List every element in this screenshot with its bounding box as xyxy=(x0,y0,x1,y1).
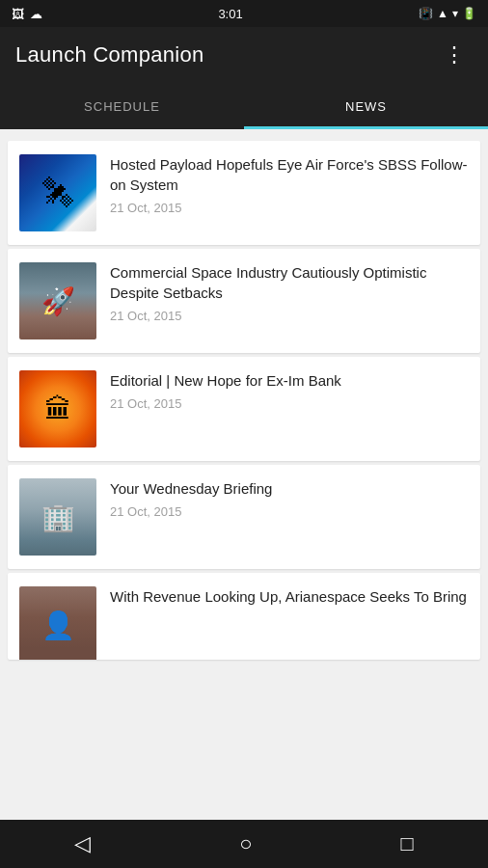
news-content-5: With Revenue Looking Up, Arianespace See… xyxy=(110,586,469,612)
home-button[interactable]: ○ xyxy=(220,824,271,864)
bottom-nav-bar: ◁ ○ □ xyxy=(0,820,488,868)
news-list: Hosted Payload Hopefuls Eye Air Force's … xyxy=(0,129,488,820)
news-date-1: 21 Oct, 2015 xyxy=(110,201,469,215)
tab-schedule[interactable]: SCHEDULE xyxy=(0,83,244,129)
news-item-4[interactable]: Your Wednesday Briefing 21 Oct, 2015 xyxy=(8,465,480,569)
news-title-3: Editorial | New Hope for Ex-Im Bank xyxy=(110,370,469,391)
news-title-5: With Revenue Looking Up, Arianespace See… xyxy=(110,586,469,607)
status-right-icons: 📳 ▲ ▾ 🔋 xyxy=(419,7,476,20)
tabs-bar: SCHEDULE NEWS xyxy=(0,83,488,129)
news-title-1: Hosted Payload Hopefuls Eye Air Force's … xyxy=(110,154,469,195)
news-content-3: Editorial | New Hope for Ex-Im Bank 21 O… xyxy=(110,370,469,411)
back-button[interactable]: ◁ xyxy=(55,824,110,864)
news-content-4: Your Wednesday Briefing 21 Oct, 2015 xyxy=(110,478,469,519)
news-date-4: 21 Oct, 2015 xyxy=(110,504,469,519)
news-date-3: 21 Oct, 2015 xyxy=(110,396,469,411)
news-title-4: Your Wednesday Briefing xyxy=(110,478,469,499)
news-item-1[interactable]: Hosted Payload Hopefuls Eye Air Force's … xyxy=(8,141,480,245)
wifi-icon: ▾ xyxy=(452,7,458,20)
news-item-3[interactable]: Editorial | New Hope for Ex-Im Bank 21 O… xyxy=(8,357,480,461)
news-thumbnail-1 xyxy=(19,154,96,231)
news-item-2[interactable]: Commercial Space Industry Cautiously Opt… xyxy=(8,249,480,353)
news-date-2: 21 Oct, 2015 xyxy=(110,309,469,323)
news-thumbnail-4 xyxy=(19,478,96,556)
news-thumbnail-5 xyxy=(19,586,96,660)
news-content-1: Hosted Payload Hopefuls Eye Air Force's … xyxy=(110,154,469,215)
news-thumbnail-3 xyxy=(19,370,96,448)
more-menu-button[interactable]: ⋮ xyxy=(436,39,473,71)
status-left-icons: 🖼 ☁ xyxy=(12,7,42,21)
recents-button[interactable]: □ xyxy=(382,824,433,864)
status-bar: 🖼 ☁ 3:01 📳 ▲ ▾ 🔋 xyxy=(0,0,488,27)
cloud-icon: ☁ xyxy=(30,7,42,21)
tab-news[interactable]: NEWS xyxy=(244,83,488,129)
app-title: Launch Companion xyxy=(15,42,204,68)
battery-icon: 🔋 xyxy=(462,7,476,20)
app-bar: Launch Companion ⋮ xyxy=(0,27,488,83)
signal-icon: ▲ xyxy=(437,7,448,20)
news-content-2: Commercial Space Industry Cautiously Opt… xyxy=(110,262,469,323)
image-icon: 🖼 xyxy=(12,7,24,21)
vibrate-icon: 📳 xyxy=(419,7,433,20)
status-time: 3:01 xyxy=(218,7,242,21)
news-thumbnail-2 xyxy=(19,262,96,339)
news-item-5[interactable]: With Revenue Looking Up, Arianespace See… xyxy=(8,573,480,660)
news-title-2: Commercial Space Industry Cautiously Opt… xyxy=(110,262,469,303)
